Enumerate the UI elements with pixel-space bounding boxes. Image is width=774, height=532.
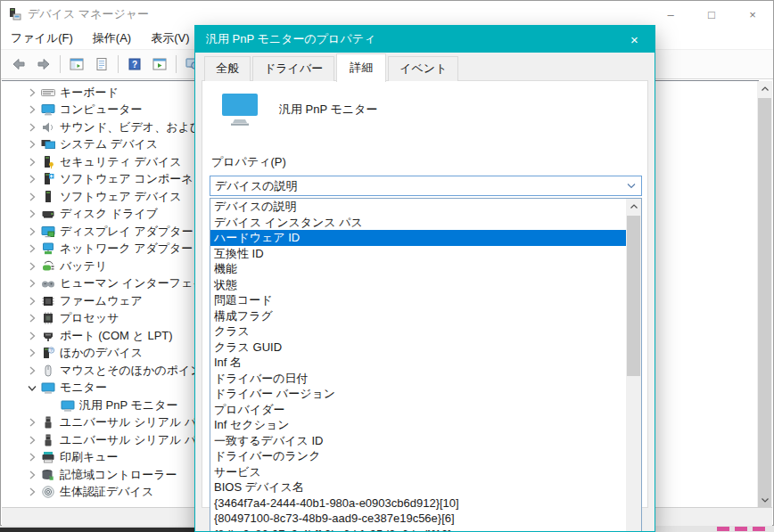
chevron-right-icon[interactable] [25,450,39,464]
menu-item-file[interactable]: ファイル(F) [1,27,83,50]
dropdown-item[interactable]: 一致するデバイス ID [210,433,626,449]
wallpaper-marks [717,527,765,531]
dropdown-item[interactable]: 構成フラグ [210,308,626,324]
dropdown-item[interactable]: 問題コード [210,292,626,308]
chevron-right-icon[interactable] [25,102,39,117]
chevron-right-icon[interactable] [25,172,39,186]
sound-icon [41,120,55,135]
chevron-right-icon[interactable] [25,86,39,100]
chevron-right-icon[interactable] [25,311,39,325]
monitor-device-icon [220,92,259,127]
tree-item-label: 汎用 PnP モニター [79,397,177,413]
menu-item-view[interactable]: 表示(V) [141,27,199,50]
tree-item-label: ほかのデバイス [60,345,143,361]
chevron-right-icon[interactable] [25,329,39,343]
chevron-right-icon[interactable] [25,415,39,430]
dropdown-item[interactable]: デバイスの説明 [210,199,626,215]
dropdown-item[interactable]: {80497100-8c73-48b9-aad9-ce387e19c56e}[6… [210,511,626,527]
back-icon[interactable] [7,53,30,75]
dropdown-item[interactable]: 互換性 ID [210,246,626,262]
dialog-close-button[interactable]: × [614,26,655,53]
forward-icon[interactable] [32,53,55,75]
chevron-down-icon[interactable] [622,183,641,190]
tab-events[interactable]: イベント [388,56,458,81]
scroll-down-icon[interactable] [757,492,772,507]
port-icon [41,329,55,343]
toolbar-separator [60,55,61,73]
properties-icon[interactable] [90,53,113,75]
dropdown-item[interactable]: ドライバーのランク [210,448,626,464]
dropdown-item[interactable]: {8dbc9c86-97a9-4bff-9bc6-bfe95d3e6dad}[1… [210,527,626,532]
dropdown-item[interactable]: BIOS デバイス名 [210,479,626,495]
property-combobox[interactable]: デバイスの説明 [210,176,642,196]
tab-driver[interactable]: ドライバー [252,56,334,81]
chevron-down-icon[interactable] [25,381,39,395]
chevron-right-icon[interactable] [25,485,39,499]
mouse-icon [41,364,55,378]
svg-text:?: ? [132,60,137,70]
chevron-right-icon[interactable] [25,225,39,239]
dropdown-item[interactable]: 機能 [210,261,626,277]
display-adapter-icon [41,225,55,239]
chevron-right-icon[interactable] [25,364,39,378]
tree-item-label: ソフトウェア コンポーネント [60,171,217,187]
hid-icon [41,276,55,291]
dropdown-scroll-up-icon[interactable] [626,199,641,214]
maximize-button[interactable]: □ [691,1,732,28]
monitor-icon [41,381,55,395]
chevron-right-icon[interactable] [25,468,39,482]
storage-icon [41,468,55,482]
tree-item-label: コンピューター [60,102,143,118]
dropdown-item[interactable]: サービス [210,464,626,480]
dropdown-item[interactable]: Inf セクション [210,417,626,433]
combobox-value: デバイスの説明 [210,178,622,194]
system-icon [41,137,55,151]
dropdown-item[interactable]: ハードウェア ID [210,230,626,246]
chevron-right-icon[interactable] [25,137,39,151]
chevron-right-icon[interactable] [25,433,39,447]
chevron-right-icon[interactable] [25,276,39,291]
dialog-titlebar[interactable]: 汎用 PnP モニターのプロパティ × [195,26,655,53]
chevron-right-icon[interactable] [25,190,39,204]
dropdown-item[interactable]: プロバイダー [210,402,626,418]
usb-icon [41,433,55,447]
chevron-right-icon[interactable] [25,120,39,135]
scroll-up-icon[interactable] [757,81,772,96]
console-tree-icon[interactable] [65,53,88,75]
tree-item-label: モニター [60,380,107,396]
dropdown-item[interactable]: {3464f7a4-2444-40b1-980a-e0903cb6d912}[1… [210,495,626,512]
chevron-right-icon[interactable] [25,155,39,169]
toolbar-separator [176,55,177,73]
dropdown-item[interactable]: クラス GUID [210,340,626,356]
dropdown-item[interactable]: ドライバーの日付 [210,371,626,387]
tab-details[interactable]: 詳細 [336,53,386,82]
dropdown-item[interactable]: デバイス インスタンス パス [210,215,626,231]
chevron-right-icon[interactable] [25,259,39,274]
chevron-right-icon[interactable] [25,346,39,360]
tree-item-label: ポート (COM と LPT) [60,328,173,344]
usb-icon [41,415,55,430]
dropdown-item[interactable]: 状態 [210,277,626,293]
dropdown-item[interactable]: Inf 名 [210,355,626,371]
tree-item-label: 記憶域コントローラー [60,467,177,483]
close-button[interactable]: × [732,1,773,28]
dropdown-scrollbar[interactable] [626,199,641,532]
tree-item-label: プロセッサ [60,310,119,326]
details-tab-panel: 汎用 PnP モニター プロパティ(P) デバイスの説明 デバイスの説明デバイス… [202,80,648,508]
action-pane-icon[interactable] [148,53,171,75]
window-titlebar[interactable]: デバイス マネージャー – □ × [1,1,773,28]
dropdown-item[interactable]: クラス [210,323,626,340]
chevron-right-icon[interactable] [25,207,39,221]
keyboard-icon [41,86,55,100]
tree-item-label: セキュリティ デバイス [60,154,182,170]
main-vertical-scrollbar[interactable] [757,81,772,507]
dropdown-scrollbar-thumb[interactable] [627,216,640,376]
dropdown-item[interactable]: ドライバー バージョン [210,386,626,402]
chevron-right-icon[interactable] [25,294,39,308]
chevron-right-icon[interactable] [25,241,39,256]
minimize-button[interactable]: – [650,1,691,28]
help-icon[interactable]: ? [123,53,146,75]
tab-general[interactable]: 全般 [204,56,251,81]
scrollbar-thumb[interactable] [758,98,771,532]
menu-item-action[interactable]: 操作(A) [83,27,141,50]
